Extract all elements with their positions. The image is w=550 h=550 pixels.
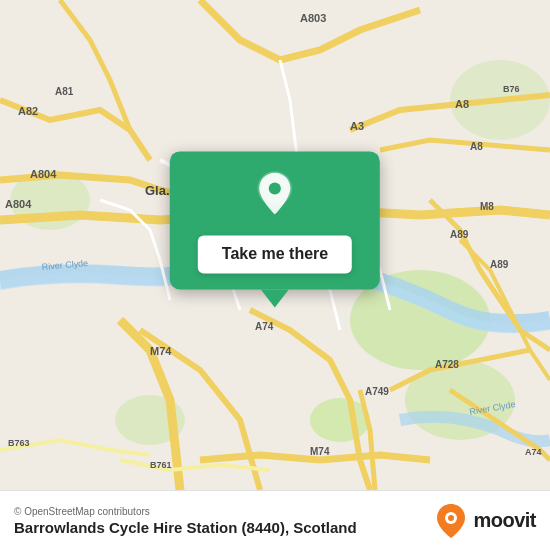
svg-text:A804: A804 (30, 168, 57, 180)
take-me-there-button[interactable]: Take me there (198, 235, 352, 273)
map-container: A803 A81 A82 A804 A804 A8 A8 A3 M8 A89 A… (0, 0, 550, 490)
moovit-brand-text: moovit (473, 509, 536, 532)
map-popup: Take me there (170, 151, 380, 307)
svg-text:M74: M74 (310, 446, 330, 457)
svg-text:A82: A82 (18, 105, 38, 117)
svg-text:M8: M8 (480, 201, 494, 212)
svg-text:A749: A749 (365, 386, 389, 397)
footer-left: © OpenStreetMap contributors Barrowlands… (14, 506, 357, 536)
svg-text:A8: A8 (470, 141, 483, 152)
svg-text:A728: A728 (435, 359, 459, 370)
moovit-pin-icon (435, 502, 467, 540)
svg-point-6 (310, 398, 370, 442)
footer: © OpenStreetMap contributors Barrowlands… (0, 490, 550, 550)
svg-text:A804: A804 (5, 198, 32, 210)
svg-text:B763: B763 (8, 438, 30, 448)
svg-text:A74: A74 (255, 321, 274, 332)
svg-text:M74: M74 (150, 345, 172, 357)
svg-text:A8: A8 (455, 98, 469, 110)
svg-point-32 (269, 182, 281, 194)
svg-text:A89: A89 (490, 259, 509, 270)
svg-text:B76: B76 (503, 84, 520, 94)
svg-text:A803: A803 (300, 12, 326, 24)
svg-text:A89: A89 (450, 229, 469, 240)
svg-text:A3: A3 (350, 120, 364, 132)
popup-box: Take me there (170, 151, 380, 289)
svg-text:B761: B761 (150, 460, 172, 470)
moovit-logo: moovit (435, 502, 536, 540)
svg-text:A74: A74 (525, 447, 542, 457)
location-pin-icon (249, 169, 301, 221)
svg-point-34 (448, 515, 454, 521)
popup-tail (261, 289, 289, 307)
svg-text:A81: A81 (55, 86, 74, 97)
location-title: Barrowlands Cycle Hire Station (8440), S… (14, 519, 357, 536)
copyright-text: © OpenStreetMap contributors (14, 506, 357, 517)
